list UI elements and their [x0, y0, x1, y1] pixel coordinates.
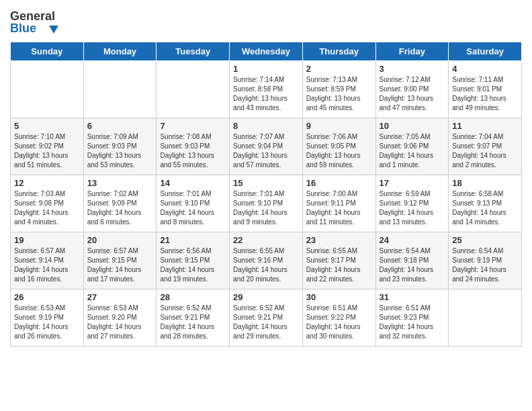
- calendar-day-cell: [11, 61, 84, 118]
- day-info: Sunrise: 6:57 AMSunset: 9:14 PMDaylight:…: [14, 246, 80, 284]
- day-info: Sunrise: 6:55 AMSunset: 9:16 PMDaylight:…: [233, 246, 299, 284]
- day-info: Sunrise: 7:08 AMSunset: 9:03 PMDaylight:…: [160, 132, 226, 170]
- day-info: Sunrise: 7:03 AMSunset: 9:08 PMDaylight:…: [14, 189, 80, 227]
- day-info: Sunrise: 6:58 AMSunset: 9:13 PMDaylight:…: [452, 189, 518, 227]
- calendar-day-cell: 3Sunrise: 7:12 AMSunset: 9:00 PMDaylight…: [375, 61, 449, 118]
- day-number: 3: [380, 64, 445, 74]
- calendar-day-cell: 28Sunrise: 6:52 AMSunset: 9:21 PMDayligh…: [157, 289, 230, 347]
- calendar-day-cell: 7Sunrise: 7:08 AMSunset: 9:03 PMDaylight…: [157, 118, 230, 175]
- calendar-week-row: 1Sunrise: 7:14 AMSunset: 8:58 PMDaylight…: [11, 61, 522, 118]
- calendar-day-cell: 2Sunrise: 7:13 AMSunset: 8:59 PMDaylight…: [302, 61, 375, 118]
- calendar-body: 1Sunrise: 7:14 AMSunset: 8:58 PMDaylight…: [11, 61, 522, 347]
- calendar-day-cell: 21Sunrise: 6:56 AMSunset: 9:15 PMDayligh…: [157, 232, 230, 289]
- calendar-day-cell: 13Sunrise: 7:02 AMSunset: 9:09 PMDayligh…: [83, 175, 157, 232]
- day-number: 7: [160, 121, 226, 131]
- day-info: Sunrise: 7:07 AMSunset: 9:04 PMDaylight:…: [233, 132, 299, 170]
- day-info: Sunrise: 6:52 AMSunset: 9:21 PMDaylight:…: [233, 304, 299, 341]
- calendar-day-cell: 26Sunrise: 6:53 AMSunset: 9:19 PMDayligh…: [11, 289, 84, 347]
- day-number: 19: [14, 235, 80, 245]
- svg-text:Blue: Blue: [10, 21, 36, 35]
- day-info: Sunrise: 7:04 AMSunset: 9:07 PMDaylight:…: [452, 132, 518, 170]
- calendar-header: SundayMondayTuesdayWednesdayThursdayFrid…: [11, 42, 522, 61]
- svg-marker-2: [49, 26, 58, 34]
- day-of-week-header: Thursday: [302, 42, 375, 61]
- day-info: Sunrise: 6:56 AMSunset: 9:15 PMDaylight:…: [160, 246, 226, 284]
- day-number: 20: [87, 235, 153, 245]
- calendar-day-cell: 19Sunrise: 6:57 AMSunset: 9:14 PMDayligh…: [11, 232, 84, 289]
- calendar-day-cell: 11Sunrise: 7:04 AMSunset: 9:07 PMDayligh…: [449, 118, 522, 175]
- calendar-week-row: 26Sunrise: 6:53 AMSunset: 9:19 PMDayligh…: [11, 289, 522, 347]
- day-info: Sunrise: 7:10 AMSunset: 9:02 PMDaylight:…: [14, 132, 80, 170]
- calendar-day-cell: 22Sunrise: 6:55 AMSunset: 9:16 PMDayligh…: [230, 232, 303, 289]
- day-info: Sunrise: 6:53 AMSunset: 9:20 PMDaylight:…: [87, 304, 153, 341]
- day-info: Sunrise: 6:53 AMSunset: 9:19 PMDaylight:…: [14, 304, 80, 341]
- day-number: 11: [452, 121, 518, 131]
- calendar-day-cell: 8Sunrise: 7:07 AMSunset: 9:04 PMDaylight…: [230, 118, 303, 175]
- calendar-day-cell: [449, 289, 522, 347]
- day-number: 25: [452, 235, 518, 245]
- day-number: 18: [452, 178, 518, 188]
- day-number: 10: [380, 121, 445, 131]
- day-of-week-header: Saturday: [449, 42, 522, 61]
- calendar-day-cell: [83, 61, 157, 118]
- calendar-day-cell: 1Sunrise: 7:14 AMSunset: 8:58 PMDaylight…: [230, 61, 303, 118]
- day-of-week-header: Wednesday: [230, 42, 303, 61]
- header: GeneralBlue: [10, 7, 522, 36]
- calendar-day-cell: 17Sunrise: 6:59 AMSunset: 9:12 PMDayligh…: [375, 175, 449, 232]
- day-info: Sunrise: 6:52 AMSunset: 9:21 PMDaylight:…: [160, 304, 226, 341]
- day-number: 9: [306, 121, 372, 131]
- calendar-day-cell: 27Sunrise: 6:53 AMSunset: 9:20 PMDayligh…: [83, 289, 157, 347]
- day-number: 8: [233, 121, 299, 131]
- day-number: 28: [160, 292, 226, 302]
- calendar-week-row: 5Sunrise: 7:10 AMSunset: 9:02 PMDaylight…: [11, 118, 522, 175]
- main-container: GeneralBlue SundayMondayTuesdayWednesday…: [0, 0, 532, 353]
- day-of-week-header: Monday: [83, 42, 157, 61]
- day-number: 14: [160, 178, 226, 188]
- calendar-table: SundayMondayTuesdayWednesdayThursdayFrid…: [10, 42, 522, 347]
- day-info: Sunrise: 7:06 AMSunset: 9:05 PMDaylight:…: [306, 132, 372, 170]
- calendar-day-cell: 4Sunrise: 7:11 AMSunset: 9:01 PMDaylight…: [449, 61, 522, 118]
- day-number: 12: [14, 178, 80, 188]
- day-number: 29: [233, 292, 299, 302]
- day-number: 26: [14, 292, 80, 302]
- day-info: Sunrise: 6:57 AMSunset: 9:15 PMDaylight:…: [87, 246, 153, 284]
- day-info: Sunrise: 6:54 AMSunset: 9:19 PMDaylight:…: [452, 246, 518, 284]
- calendar-day-cell: 24Sunrise: 6:54 AMSunset: 9:18 PMDayligh…: [375, 232, 449, 289]
- day-number: 5: [14, 121, 80, 131]
- calendar-day-cell: 9Sunrise: 7:06 AMSunset: 9:05 PMDaylight…: [302, 118, 375, 175]
- calendar-day-cell: 20Sunrise: 6:57 AMSunset: 9:15 PMDayligh…: [83, 232, 157, 289]
- calendar-day-cell: 10Sunrise: 7:05 AMSunset: 9:06 PMDayligh…: [375, 118, 449, 175]
- day-info: Sunrise: 6:55 AMSunset: 9:17 PMDaylight:…: [306, 246, 372, 284]
- day-header-row: SundayMondayTuesdayWednesdayThursdayFrid…: [11, 42, 522, 61]
- day-info: Sunrise: 7:01 AMSunset: 9:10 PMDaylight:…: [233, 189, 299, 227]
- day-number: 2: [306, 64, 372, 74]
- calendar-day-cell: 23Sunrise: 6:55 AMSunset: 9:17 PMDayligh…: [302, 232, 375, 289]
- day-info: Sunrise: 7:11 AMSunset: 9:01 PMDaylight:…: [452, 75, 518, 113]
- calendar-day-cell: 6Sunrise: 7:09 AMSunset: 9:03 PMDaylight…: [83, 118, 157, 175]
- calendar-day-cell: 18Sunrise: 6:58 AMSunset: 9:13 PMDayligh…: [449, 175, 522, 232]
- day-number: 31: [380, 292, 445, 302]
- day-info: Sunrise: 7:00 AMSunset: 9:11 PMDaylight:…: [306, 189, 372, 227]
- day-number: 23: [306, 235, 372, 245]
- day-number: 22: [233, 235, 299, 245]
- day-number: 1: [233, 64, 299, 74]
- calendar-day-cell: 14Sunrise: 7:01 AMSunset: 9:10 PMDayligh…: [157, 175, 230, 232]
- day-info: Sunrise: 6:54 AMSunset: 9:18 PMDaylight:…: [380, 246, 445, 284]
- day-of-week-header: Tuesday: [157, 42, 230, 61]
- day-info: Sunrise: 6:51 AMSunset: 9:23 PMDaylight:…: [380, 304, 445, 341]
- day-number: 17: [380, 178, 445, 188]
- calendar-day-cell: [157, 61, 230, 118]
- day-number: 27: [87, 292, 153, 302]
- svg-text:General: General: [10, 9, 55, 23]
- day-info: Sunrise: 7:09 AMSunset: 9:03 PMDaylight:…: [87, 132, 153, 170]
- day-number: 15: [233, 178, 299, 188]
- day-info: Sunrise: 7:01 AMSunset: 9:10 PMDaylight:…: [160, 189, 226, 227]
- calendar-day-cell: 12Sunrise: 7:03 AMSunset: 9:08 PMDayligh…: [11, 175, 84, 232]
- day-info: Sunrise: 7:02 AMSunset: 9:09 PMDaylight:…: [87, 189, 153, 227]
- day-of-week-header: Friday: [375, 42, 449, 61]
- calendar-day-cell: 30Sunrise: 6:51 AMSunset: 9:22 PMDayligh…: [302, 289, 375, 347]
- calendar-day-cell: 16Sunrise: 7:00 AMSunset: 9:11 PMDayligh…: [302, 175, 375, 232]
- day-number: 24: [380, 235, 445, 245]
- calendar-week-row: 19Sunrise: 6:57 AMSunset: 9:14 PMDayligh…: [11, 232, 522, 289]
- calendar-day-cell: 25Sunrise: 6:54 AMSunset: 9:19 PMDayligh…: [449, 232, 522, 289]
